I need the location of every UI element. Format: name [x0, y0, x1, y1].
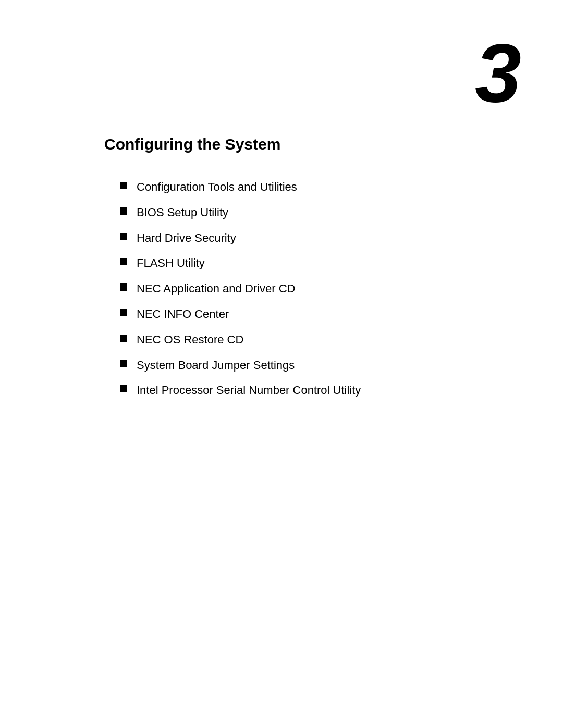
toc-list-item: BIOS Setup Utility — [120, 205, 521, 221]
toc-list-item: Configuration Tools and Utilities — [120, 179, 521, 195]
toc-item-text: Hard Drive Security — [137, 230, 521, 246]
toc-item-text: System Board Jumper Settings — [137, 357, 521, 374]
chapter-title: Configuring the System — [104, 135, 521, 153]
toc-list: Configuration Tools and UtilitiesBIOS Se… — [120, 179, 521, 399]
toc-item-text: NEC Application and Driver CD — [137, 281, 521, 297]
bullet-icon — [120, 335, 127, 342]
page-container: 3 Configuring the System Configuration T… — [0, 0, 563, 728]
toc-item-text: Configuration Tools and Utilities — [137, 179, 521, 195]
bullet-icon — [120, 385, 127, 392]
bullet-icon — [120, 283, 127, 291]
toc-list-item: NEC OS Restore CD — [120, 332, 521, 348]
toc-item-text: FLASH Utility — [137, 255, 521, 272]
toc-list-item: NEC Application and Driver CD — [120, 281, 521, 297]
toc-item-text: NEC INFO Center — [137, 306, 521, 323]
bullet-icon — [120, 360, 127, 367]
bullet-icon — [120, 258, 127, 265]
toc-list-item: Hard Drive Security — [120, 230, 521, 246]
bullet-icon — [120, 182, 127, 189]
bullet-icon — [120, 233, 127, 240]
bullet-icon — [120, 309, 127, 316]
chapter-number: 3 — [104, 31, 521, 115]
bullet-icon — [120, 207, 127, 215]
toc-item-text: BIOS Setup Utility — [137, 205, 521, 221]
toc-item-text: Intel Processor Serial Number Control Ut… — [137, 382, 521, 399]
toc-list-item: NEC INFO Center — [120, 306, 521, 323]
toc-list-item: System Board Jumper Settings — [120, 357, 521, 374]
toc-list-item: FLASH Utility — [120, 255, 521, 272]
toc-list-item: Intel Processor Serial Number Control Ut… — [120, 382, 521, 399]
toc-item-text: NEC OS Restore CD — [137, 332, 521, 348]
